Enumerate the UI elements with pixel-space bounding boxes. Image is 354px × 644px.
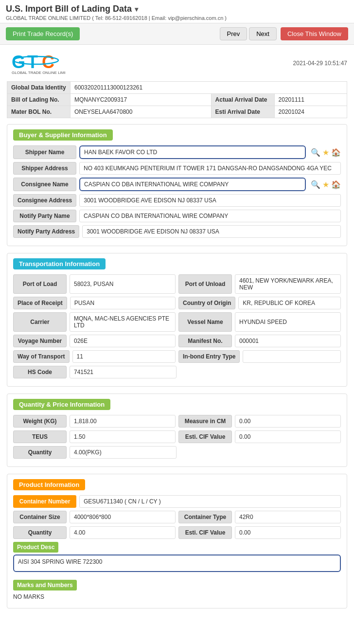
home-icon[interactable]: 🏠 [331,148,341,157]
manifest-no-label: Manifest No. [178,335,232,347]
country-of-origin-label: Country of Origin [178,297,235,309]
carrier-vessel-row: Carrier MQNA, MAC-NELS AGENCIES PTE LTD … [13,312,341,332]
container-number-label: Container Number [13,495,76,508]
shipper-address-row: Shipper Address NO 403 KEUMKANG PENTERIU… [13,162,341,175]
shipper-name-value: HAN BAEK FAVOR CO LTD [79,145,306,159]
consignee-address-row: Consignee Address 3001 WOODBRIDGE AVE ED… [13,194,341,207]
weight-label: Weight (KG) [13,415,67,428]
manifest-no-value: 000001 [235,335,341,347]
port-of-load-label: Port of Load [13,274,67,294]
in-bond-entry-label: In-bond Entry Type [178,350,240,363]
weight-group: Weight (KG) 1,818.00 [13,415,176,428]
receipt-origin-row: Place of Receipt PUSAN Country of Origin… [13,297,341,309]
search-icon[interactable]: 🔍 [311,148,320,157]
print-button[interactable]: Print Trade Record(s) [6,27,80,40]
hs-code-label: HS Code [13,366,67,378]
marks-label: Marks and Numbers [13,580,77,590]
product-quantity-cif-row: Quantity 4.00 Esti. CIF Value 0.00 [13,526,341,539]
toolbar: Print Trade Record(s) Prev Next Close Th… [0,23,354,45]
way-of-transport-label: Way of Transport [13,350,70,363]
container-type-value: 42R0 [235,511,341,523]
notify-party-name-label: Notify Party Name [13,210,76,222]
product-desc-container: Product Desc AISI 304 SPRING WIRE 722300 [13,542,341,572]
in-bond-entry-value [243,350,341,363]
search-icon-2[interactable]: 🔍 [311,180,320,189]
port-of-unload-value: 4601, NEW YORK/NEWARK AREA, NEW [235,274,341,294]
global-data-value: 600320201113000123261 [71,82,347,94]
product-esti-cif-label: Esti. CIF Value [178,526,232,539]
container-type-group: Container Type 42R0 [178,511,341,523]
measure-label: Measure in CM [178,415,232,428]
in-bond-group: In-bond Entry Type [178,350,341,363]
port-load-unload-row: Port of Load 58023, PUSAN Port of Unload… [13,274,341,294]
subtitle: GLOBAL TRADE ONLINE LIMITED ( Tel: 86-51… [6,15,348,21]
page-header: U.S. Import Bill of Lading Data ▾ GLOBAL… [0,0,354,23]
product-quantity-value: 4.00 [70,526,176,539]
container-size-group: Container Size 4000*806*800 [13,511,176,523]
voyage-number-label: Voyage Number [13,335,67,347]
shipper-address-label: Shipper Address [13,162,76,175]
esti-arrival-value: 20201024 [274,106,347,118]
consignee-name-label: Consignee Name [13,178,76,191]
container-number-value: GESU6711340 ( CN / L / CY ) [79,495,341,508]
star-icon[interactable]: ★ [322,148,329,157]
svg-text:GLOBAL TRADE ONLINE LIMITED: GLOBAL TRADE ONLINE LIMITED [12,71,65,75]
page-title: U.S. Import Bill of Lading Data ▾ [6,4,138,14]
vessel-name-group: Vessel Name HYUNDAI SPEED [178,312,341,332]
country-of-origin-value: KR, REPUBLIC OF KOREA [238,297,341,309]
container-number-row: Container Number GESU6711340 ( CN / L / … [13,495,341,508]
bol-label: Bill of Lading No. [7,94,71,106]
teus-value: 1.50 [70,430,176,443]
product-desc-label: Product Desc [13,542,58,553]
teus-label: TEUS [13,430,67,443]
star-icon-2[interactable]: ★ [322,180,329,189]
voyage-group: Voyage Number 026E [13,335,176,347]
teus-group: TEUS 1.50 [13,430,176,443]
container-size-type-row: Container Size 4000*806*800 Container Ty… [13,511,341,523]
product-esti-cif-value: 0.00 [235,526,341,539]
notify-party-name-value: CASPIAN CO DBA INTERNATIONAL WIRE COMPAN… [79,210,341,222]
container-size-label: Container Size [13,511,67,523]
actual-arrival-label: Actual Arrival Date [211,94,274,106]
place-receipt-group: Place of Receipt PUSAN [13,297,176,309]
transport-inbond-row: Way of Transport 11 In-bond Entry Type [13,350,341,363]
notify-party-address-label: Notify Party Address [13,225,79,238]
notify-party-address-row: Notify Party Address 3001 WOODBRIDGE AVE… [13,225,341,238]
weight-value: 1,818.00 [70,415,176,428]
transportation-title: Transportation Information [13,258,106,269]
consignee-address-label: Consignee Address [13,194,76,207]
product-section: Product Information Container Number GES… [7,474,347,608]
port-unload-group: Port of Unload 4601, NEW YORK/NEWARK ARE… [178,274,341,294]
dropdown-arrow-icon[interactable]: ▾ [135,5,138,13]
measure-value: 0.00 [235,415,341,428]
place-of-receipt-value: PUSAN [70,297,176,309]
identity-table: Global Data Identity 6003202011130001232… [7,81,347,118]
next-button[interactable]: Next [249,27,277,40]
main-content: G T C GLOBAL TRADE ONLINE LIMITED 2021-0… [0,45,354,620]
prev-button[interactable]: Prev [220,27,248,40]
product-esti-cif-group: Esti. CIF Value 0.00 [178,526,341,539]
master-bol-label: Mater BOL No. [7,106,71,118]
port-of-load-value: 58023, PUSAN [70,274,176,294]
esti-cif-group: Esti. CIF Value 0.00 [178,430,341,443]
carrier-group: Carrier MQNA, MAC-NELS AGENCIES PTE LTD [13,312,176,332]
product-quantity-label: Quantity [13,526,67,539]
nav-group: Prev Next [220,27,277,40]
svg-text:T: T [27,52,38,72]
quantity-price-section: Quantity & Price Information Weight (KG)… [7,394,347,467]
voyage-number-value: 026E [70,335,176,347]
voyage-manifest-row: Voyage Number 026E Manifest No. 000001 [13,335,341,347]
transportation-section: Transportation Information Port of Load … [7,253,347,387]
product-title: Product Information [13,479,85,490]
logo-box: G T C GLOBAL TRADE ONLINE LIMITED [7,50,65,76]
shipper-name-row: Shipper Name HAN BAEK FAVOR CO LTD 🔍 ★ 🏠 [13,145,341,159]
quantity-price-title: Quantity & Price Information [13,399,110,410]
product-desc-value: AISI 304 SPRING WIRE 722300 [13,555,341,572]
home-icon-2[interactable]: 🏠 [331,180,341,189]
global-data-label: Global Data Identity [7,82,71,94]
close-button[interactable]: Close This Window [281,27,348,40]
way-of-transport-value: 11 [72,350,176,363]
esti-cif-label: Esti. CIF Value [178,430,232,443]
port-of-unload-label: Port of Unload [178,274,232,294]
logo-bar: G T C GLOBAL TRADE ONLINE LIMITED 2021-0… [7,50,347,76]
